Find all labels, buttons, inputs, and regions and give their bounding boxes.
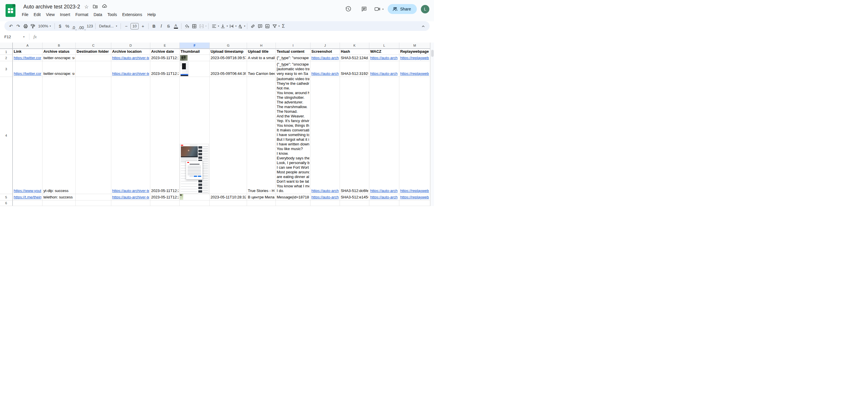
cell-H2[interactable]: A visit to a small xyxy=(247,55,276,61)
cell-L1[interactable]: WACZ xyxy=(369,49,399,55)
cell-link[interactable]: https://auto-arch xyxy=(311,188,339,193)
functions-button[interactable]: Σ xyxy=(280,23,287,30)
cell-link[interactable]: https://auto-arch xyxy=(370,71,398,76)
seed-pods-photo-thumbnail[interactable] xyxy=(180,55,188,61)
column-header-H[interactable]: H xyxy=(247,42,276,49)
cell-G2[interactable]: 2023-05-09T16:39:57 xyxy=(210,55,247,61)
menu-edit[interactable]: Edit xyxy=(31,11,43,18)
cell-J4[interactable]: https://auto-arch xyxy=(310,77,340,194)
cell-J6[interactable] xyxy=(310,201,340,206)
cell-A2[interactable]: https://twitter.cor xyxy=(13,55,42,61)
vertical-align-button[interactable] xyxy=(219,23,226,30)
row-header-3[interactable]: 3 xyxy=(0,61,13,77)
cell-link[interactable]: https://replayweb. xyxy=(400,195,429,200)
font-size-input[interactable]: 10 xyxy=(130,23,138,29)
zoom-select[interactable]: 100% ▾ xyxy=(36,23,53,30)
number-format-button[interactable]: 123 xyxy=(86,23,93,30)
menu-help[interactable]: Help xyxy=(145,11,158,18)
cell-A5[interactable]: https://t.me/thein xyxy=(13,194,42,201)
cell-E5[interactable]: 2023-05-11T12:2 xyxy=(150,194,180,201)
cell-E6[interactable] xyxy=(150,201,180,206)
cell-J2[interactable]: https://auto-arch xyxy=(310,55,340,61)
decrease-decimal-button[interactable]: .0← xyxy=(71,23,79,30)
video-call-caret-icon[interactable]: ▾ xyxy=(382,8,383,10)
horizontal-align-button[interactable] xyxy=(210,23,218,30)
menu-tools[interactable]: Tools xyxy=(105,11,120,18)
insert-link-button[interactable] xyxy=(249,23,256,30)
cell-L4[interactable]: https://auto-arch xyxy=(369,77,399,194)
cell-E3[interactable]: 2023-05-11T12:2 xyxy=(150,61,180,77)
cell-A3[interactable]: https://twitter.cor xyxy=(13,61,42,77)
cell-M3[interactable]: https://replayweb. xyxy=(399,61,430,77)
cell-B2[interactable]: twitter-snscrape: success xyxy=(42,55,76,61)
cell-D2[interactable]: https://auto-archiver-te xyxy=(111,55,150,61)
move-to-folder-icon[interactable] xyxy=(93,4,98,10)
column-header-A[interactable]: A xyxy=(13,42,42,49)
cell-K6[interactable] xyxy=(340,201,369,206)
insert-comment-button[interactable] xyxy=(256,23,264,30)
text-rotation-caret-icon[interactable]: ▾ xyxy=(244,25,245,27)
cell-H4[interactable]: True Stories - Hi xyxy=(247,77,276,194)
cell-A1[interactable]: Link xyxy=(13,49,42,55)
cell-C6[interactable] xyxy=(76,201,111,206)
paint-format-button[interactable] xyxy=(29,23,36,30)
column-header-M[interactable]: M xyxy=(399,42,430,49)
column-header-E[interactable]: E xyxy=(150,42,180,49)
cell-H6[interactable] xyxy=(247,201,276,206)
cell-H1[interactable]: Upload title xyxy=(247,49,276,55)
cell-J3[interactable]: https://auto-arch xyxy=(310,61,340,77)
cell-K3[interactable]: SHA3-512:31929 xyxy=(340,61,369,77)
cell-D1[interactable]: Archive location xyxy=(111,49,150,55)
cell-K1[interactable]: Hash xyxy=(340,49,369,55)
cell-link[interactable]: https://t.me/thein xyxy=(14,195,41,200)
menu-insert[interactable]: Insert xyxy=(57,11,73,18)
text-wrap-button[interactable] xyxy=(228,23,235,30)
cell-link[interactable]: https://twitter.cor xyxy=(14,71,41,76)
cell-I2[interactable]: {"_type": "snscrape xyxy=(276,55,310,61)
telegram-photo-thumbnail[interactable] xyxy=(180,194,183,200)
column-header-G[interactable]: G xyxy=(210,42,247,49)
cell-C5[interactable] xyxy=(76,194,111,201)
cell-E4[interactable]: 2023-05-11T12:2 xyxy=(150,77,180,194)
cell-link[interactable]: https://replayweb. xyxy=(400,188,429,193)
formula-input[interactable] xyxy=(38,31,434,42)
filter-button[interactable] xyxy=(271,23,278,30)
cell-link[interactable]: https://twitter.cor xyxy=(14,56,41,60)
cell-K2[interactable]: SHA3-512:124d2 xyxy=(340,55,369,61)
format-currency-button[interactable]: $ xyxy=(57,23,64,30)
star-icon[interactable]: ☆ xyxy=(84,4,89,9)
column-header-C[interactable]: C xyxy=(76,42,111,49)
youtube-page-screenshot-thumbnail[interactable] xyxy=(180,144,209,194)
cell-link[interactable]: https://auto-archiver-te xyxy=(112,56,149,60)
sheets-logo-icon[interactable] xyxy=(5,4,16,17)
scrollbar-thumb-icon[interactable] xyxy=(431,50,434,57)
cell-D6[interactable] xyxy=(111,201,150,206)
cell-A6[interactable] xyxy=(13,201,42,206)
name-box[interactable]: F12 ▾ xyxy=(0,35,27,39)
format-percent-button[interactable]: % xyxy=(64,23,71,30)
column-header-F[interactable]: F xyxy=(180,42,210,49)
cell-C1[interactable]: Destination folder xyxy=(76,49,111,55)
merge-cells-button[interactable] xyxy=(198,23,205,30)
cell-I1[interactable]: Textual content xyxy=(276,49,310,55)
cell-G4[interactable] xyxy=(210,77,247,194)
cell-C2[interactable] xyxy=(76,55,111,61)
cell-K5[interactable]: SHA3-512:e1456 xyxy=(340,194,369,201)
fill-color-button[interactable] xyxy=(183,23,190,30)
cell-link[interactable]: https://auto-arch xyxy=(370,188,398,193)
row-header-1[interactable]: 1 xyxy=(0,49,13,55)
column-header-J[interactable]: J xyxy=(310,42,340,49)
borders-button[interactable] xyxy=(190,23,198,30)
video-call-button[interactable]: ▾ xyxy=(374,6,383,12)
cell-link[interactable]: https://auto-arch xyxy=(370,195,398,200)
cell-D5[interactable]: https://auto-archiver-te xyxy=(111,194,150,201)
column-header-K[interactable]: K xyxy=(340,42,369,49)
share-button[interactable]: Share xyxy=(388,4,417,14)
column-header-B[interactable]: B xyxy=(42,42,76,49)
cloud-saved-icon[interactable] xyxy=(102,3,107,10)
merge-caret-icon[interactable]: ▾ xyxy=(205,25,207,27)
cell-link[interactable]: https://replayweb. xyxy=(400,71,429,76)
cell-C3[interactable] xyxy=(76,61,111,77)
cell-B3[interactable]: twitter-snscrape: success xyxy=(42,61,76,77)
bold-button[interactable]: B xyxy=(150,23,158,30)
